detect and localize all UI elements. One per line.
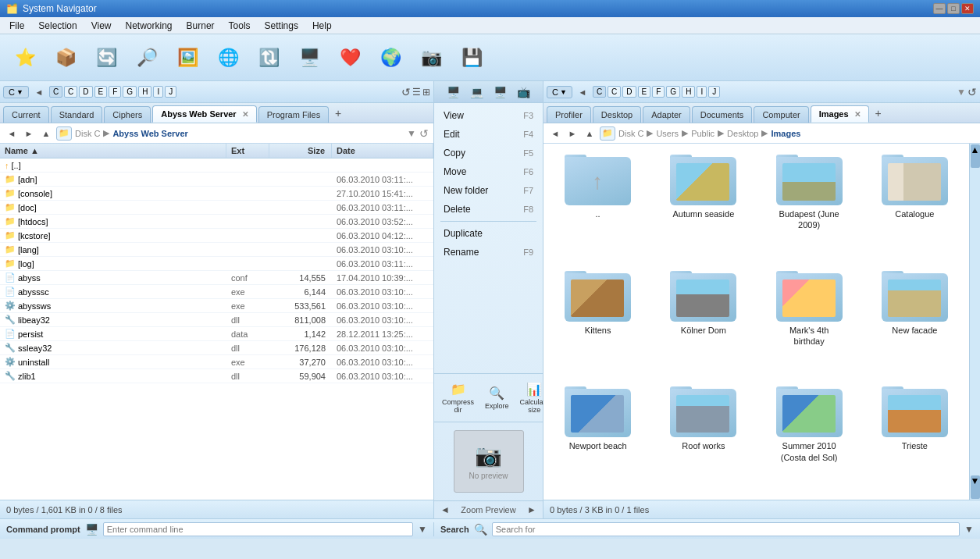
right-path-dropdown[interactable]: ▼ xyxy=(957,87,966,98)
path-refresh-icon[interactable]: ↺ xyxy=(419,127,429,140)
center-monitor-right[interactable]: 🖥️ xyxy=(492,84,509,100)
image-item[interactable]: Trieste xyxy=(868,383,961,492)
zoom-left-arrow[interactable]: ◄ xyxy=(440,504,450,515)
file-row[interactable]: 📁[kcstore] 06.03.2010 04:12:... xyxy=(0,229,433,243)
image-item[interactable]: New facade xyxy=(868,268,961,376)
r-drive-e[interactable]: E xyxy=(638,86,651,98)
menu-settings[interactable]: Settings xyxy=(258,19,305,33)
toolbar-sync[interactable]: 🔃 xyxy=(250,39,287,77)
ctx-copy[interactable]: Copy F5 xyxy=(434,144,543,162)
tab-current[interactable]: Current xyxy=(3,106,49,123)
menu-networking[interactable]: Networking xyxy=(119,19,179,33)
image-item[interactable]: Summer 2010 (Costa del Sol) xyxy=(763,383,856,492)
file-row[interactable]: 📄abyss conf 14,555 17.04.2010 10:39:... xyxy=(0,271,433,285)
center-monitor-ext[interactable]: 📺 xyxy=(515,84,533,100)
tab-standard[interactable]: Standard xyxy=(51,106,103,123)
maximize-button[interactable]: □ xyxy=(947,3,960,14)
drive-c[interactable]: C xyxy=(49,86,62,98)
r-drive-j[interactable]: J xyxy=(708,86,720,98)
drive-e[interactable]: E xyxy=(94,86,108,98)
file-row[interactable]: 📁[doc] 06.03.2010 03:11:... xyxy=(0,201,433,215)
drive-i[interactable]: I xyxy=(153,86,163,98)
tab-desktop[interactable]: Desktop xyxy=(593,106,641,123)
drive-h[interactable]: H xyxy=(138,86,151,98)
view-grid-icon[interactable]: ⊞ xyxy=(422,87,430,98)
image-item[interactable]: Kölner Dom xyxy=(657,268,750,376)
file-row[interactable]: 🔧zlib1 dll 59,904 06.03.2010 03:10:... xyxy=(0,369,433,383)
toolbar-move[interactable]: 🔄 xyxy=(87,39,125,77)
right-path-back[interactable]: ◄ xyxy=(548,126,562,141)
ctx-rename[interactable]: Rename F9 xyxy=(434,243,543,262)
tab-images[interactable]: Images ✕ xyxy=(811,105,869,123)
menu-selection[interactable]: Selection xyxy=(32,19,83,33)
path-forward[interactable]: ► xyxy=(22,126,36,141)
file-row[interactable]: 📄persist data 1,142 28.12.2011 13:25:... xyxy=(0,327,433,341)
menu-help[interactable]: Help xyxy=(306,19,338,33)
ctx-new-folder[interactable]: New folder F7 xyxy=(434,181,543,200)
menu-burner[interactable]: Burner xyxy=(180,19,221,33)
tab-documents[interactable]: Documents xyxy=(692,106,753,123)
toolbar-favorite[interactable]: ❤️ xyxy=(331,39,369,77)
file-row[interactable]: 🔧ssleay32 dll 176,128 06.03.2010 03:10:.… xyxy=(0,341,433,355)
toolbar-globe[interactable]: 🌍 xyxy=(372,39,409,77)
tab-add-button[interactable]: + xyxy=(330,105,346,121)
file-row[interactable]: 📁[console] 27.10.2010 15:41:... xyxy=(0,187,433,201)
r-drive-h[interactable]: H xyxy=(682,86,695,98)
scrollbar-up[interactable]: ▲ xyxy=(971,144,980,168)
col-date-header[interactable]: Date xyxy=(332,144,433,158)
right-scrollbar[interactable]: ▲ ▼ xyxy=(969,144,980,500)
view-list-icon[interactable]: ☰ xyxy=(412,87,421,98)
image-item[interactable]: Autumn seaside xyxy=(657,151,750,260)
file-row[interactable]: 📁[log] 06.03.2010 03:11:... xyxy=(0,257,433,271)
right-refresh-icon[interactable]: ↺ xyxy=(968,86,977,98)
r-drive-c[interactable]: C xyxy=(593,86,606,98)
tab-program-files[interactable]: Program Files xyxy=(258,106,329,123)
scrollbar-down[interactable]: ▼ xyxy=(971,475,980,499)
file-row[interactable]: ↑[..] xyxy=(0,158,433,173)
col-ext-header[interactable]: Ext xyxy=(226,144,269,158)
image-item[interactable]: Catalogue xyxy=(868,151,961,260)
image-item[interactable]: Budapest (June 2009) xyxy=(763,151,856,260)
tab-close-icon[interactable]: ✕ xyxy=(242,110,248,119)
file-row[interactable]: 🔧libeay32 dll 811,008 06.03.2010 03:10:.… xyxy=(0,313,433,327)
path-dropdown-icon[interactable]: ▼ xyxy=(407,128,416,139)
left-nav-back[interactable]: ◄ xyxy=(32,85,46,99)
right-path-forward[interactable]: ► xyxy=(565,126,579,141)
ctx-duplicate[interactable]: Duplicate xyxy=(434,224,543,243)
refresh-icon[interactable]: ↺ xyxy=(401,86,411,98)
toolbar-drive[interactable]: 💾 xyxy=(453,39,490,77)
ctx-explore-btn[interactable]: 🔍 Explore xyxy=(480,379,514,417)
search-dropdown-icon[interactable]: ▼ xyxy=(964,524,974,535)
menu-file[interactable]: File xyxy=(3,19,30,33)
menu-tools[interactable]: Tools xyxy=(223,19,257,33)
tab-ciphers[interactable]: Ciphers xyxy=(104,106,151,123)
file-row[interactable]: 📁[htdocs] 06.03.2010 03:52:... xyxy=(0,215,433,229)
file-row[interactable]: ⚙️uninstall exe 37,270 06.03.2010 03:10:… xyxy=(0,355,433,369)
file-row[interactable]: ⚙️abyssws exe 533,561 06.03.2010 03:10:.… xyxy=(0,299,433,313)
ctx-edit[interactable]: Edit F4 xyxy=(434,125,543,144)
menu-view[interactable]: View xyxy=(85,19,118,33)
tab-abyss-web-server[interactable]: Abyss Web Server ✕ xyxy=(152,105,256,123)
toolbar-new[interactable]: ⭐ xyxy=(6,39,44,77)
command-input[interactable] xyxy=(103,522,413,536)
file-list[interactable]: ↑[..] 📁[adn] 06.03.2010 03:11:... 📁[cons… xyxy=(0,158,433,500)
toolbar-camera[interactable]: 📷 xyxy=(412,39,450,77)
drive-d[interactable]: D xyxy=(79,86,92,98)
image-item[interactable]: Kittens xyxy=(551,268,644,376)
right-tab-add[interactable]: + xyxy=(871,105,886,121)
r-drive-f[interactable]: F xyxy=(652,86,665,98)
cmd-dropdown-icon[interactable]: ▼ xyxy=(418,524,427,535)
ctx-delete[interactable]: Delete F8 xyxy=(434,200,543,219)
toolbar-search[interactable]: 🔎 xyxy=(128,39,166,77)
right-path-up[interactable]: ▲ xyxy=(583,126,597,141)
left-drive-selector[interactable]: C ▼ xyxy=(3,86,29,98)
toolbar-copy[interactable]: 📦 xyxy=(47,39,84,77)
center-monitor-left[interactable]: 🖥️ xyxy=(445,84,462,100)
close-button[interactable]: ✕ xyxy=(961,3,974,14)
images-grid[interactable]: ↑ .. Autumn seaside Budapest (June 2009) xyxy=(543,144,969,500)
ctx-compress-btn[interactable]: 📁 Compressdir xyxy=(437,379,479,417)
ctx-view[interactable]: View F3 xyxy=(434,106,543,125)
drive-g[interactable]: G xyxy=(123,86,137,98)
right-drive-selector[interactable]: C ▼ xyxy=(547,86,572,98)
center-monitor-mid[interactable]: 💻 xyxy=(469,84,486,100)
